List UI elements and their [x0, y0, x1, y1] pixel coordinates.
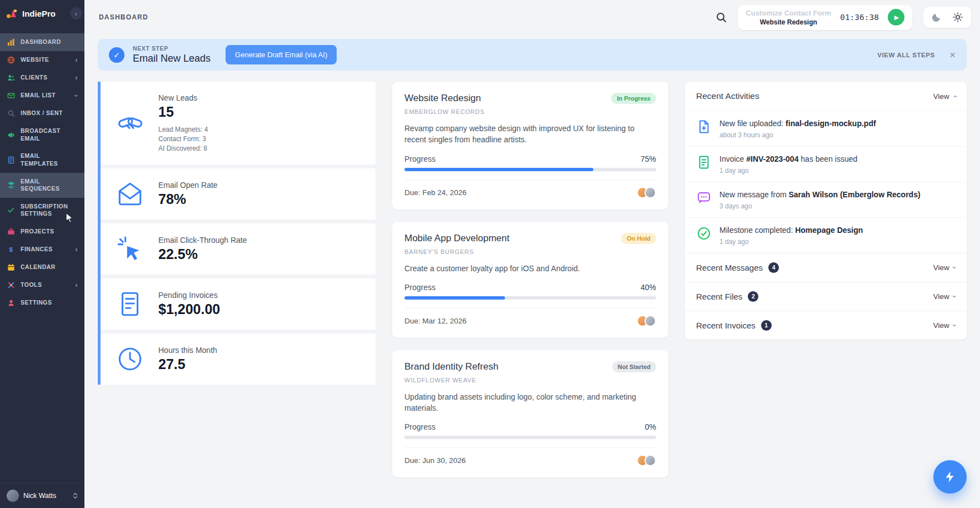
- sidebar-collapse-button[interactable]: ‹: [70, 7, 82, 19]
- recent-invoices-section[interactable]: Recent Invoices 1 View›: [685, 311, 967, 340]
- stats-column: New Leads 15 Lead Magnets: 4 Contact For…: [98, 82, 376, 385]
- view-messages-link[interactable]: View›: [933, 263, 956, 272]
- sidebar-item-email-list[interactable]: EMAIL LIST ›: [0, 87, 84, 104]
- view-activities-link[interactable]: View›: [933, 92, 956, 101]
- view-all-steps-link[interactable]: VIEW ALL STEPS: [877, 52, 935, 58]
- progress-bar: [404, 436, 656, 439]
- stat-text: New Leads 15 Lead Magnets: 4 Contact For…: [158, 93, 208, 153]
- stat-hours-this-month: Hours this Month 27.5: [101, 333, 376, 385]
- check-icon: [7, 206, 16, 214]
- user-menu[interactable]: Nick Watts: [0, 483, 84, 508]
- chevron-right-icon: ›: [75, 246, 78, 253]
- sidebar: IndiePro ‹ DASHBOARD WEBSITE › CLIENTS ›…: [0, 0, 84, 508]
- project-title: Brand Identity Refresh: [404, 361, 498, 372]
- timer-project-name: Website Redesign: [760, 18, 817, 26]
- active-timer-card: Customize Contact Form Website Redesign …: [738, 5, 912, 30]
- avatar: [644, 187, 656, 198]
- close-icon[interactable]: ×: [949, 49, 956, 60]
- stat-value: 22.5%: [158, 246, 247, 262]
- chevron-right-icon: ›: [75, 281, 78, 288]
- app-logo: [6, 7, 18, 19]
- stat-value: 27.5: [158, 356, 217, 372]
- megaphone-icon: [7, 131, 16, 139]
- activity-time: 1 day ago: [719, 167, 857, 175]
- svg-text:$: $: [9, 246, 13, 253]
- project-client: EMBERGLOW RECORDS: [404, 108, 656, 115]
- timer-play-button[interactable]: ▶: [888, 9, 904, 26]
- sidebar-item-email-sequences[interactable]: EMAIL SEQUENCES: [0, 173, 84, 198]
- section-label: Recent Invoices: [696, 321, 756, 330]
- chevron-down-icon: ›: [950, 266, 958, 268]
- project-card-website-redesign[interactable]: Website Redesign In Progress EMBERGLOW R…: [392, 82, 668, 210]
- sidebar-item-calendar[interactable]: CALENDAR: [0, 258, 84, 276]
- activity-text: Invoice #INV-2023-004 has been issued: [719, 154, 857, 165]
- chevron-down-icon: ›: [950, 295, 958, 297]
- avatar: [7, 490, 19, 502]
- sidebar-item-inbox-sent[interactable]: INBOX / SENT: [0, 104, 84, 122]
- activity-text: Milestone completed: Homepage Design: [719, 225, 863, 236]
- quick-actions-fab[interactable]: [933, 460, 967, 494]
- sidebar-nav: DASHBOARD WEBSITE › CLIENTS › EMAIL LIST…: [0, 33, 84, 483]
- generate-draft-email-button[interactable]: Generate Draft Email (via AI): [226, 45, 337, 64]
- sidebar-item-website[interactable]: WEBSITE ›: [0, 51, 84, 69]
- sidebar-item-subscription-settings[interactable]: SUBSCRIPTION SETTINGS: [0, 198, 84, 223]
- team-avatars: [637, 187, 656, 198]
- handshake-icon: [115, 109, 145, 137]
- chevron-up-icon: ›: [950, 95, 958, 97]
- status-badge: In Progress: [611, 93, 656, 104]
- recent-activities-title: Recent Activities: [696, 91, 759, 101]
- sidebar-item-label: FINANCES: [21, 246, 53, 253]
- stat-label: New Leads: [158, 93, 208, 102]
- view-files-link[interactable]: View›: [933, 292, 956, 301]
- sidebar-item-label: BROADCAST EMAIL: [21, 127, 78, 142]
- projects-column: Website Redesign In Progress EMBERGLOW R…: [392, 82, 668, 477]
- project-title: Mobile App Development: [404, 233, 509, 244]
- sidebar-item-projects[interactable]: PROJECTS: [0, 223, 84, 241]
- sidebar-item-settings[interactable]: SETTINGS: [0, 294, 84, 312]
- sidebar-item-broadcast-email[interactable]: BROADCAST EMAIL: [0, 122, 84, 147]
- cursor-click-icon: [115, 235, 145, 263]
- view-invoices-link[interactable]: View›: [933, 321, 956, 330]
- sidebar-item-finances[interactable]: $ FINANCES ›: [0, 241, 84, 258]
- recent-messages-section[interactable]: Recent Messages 4 View›: [685, 253, 967, 282]
- section-label: Recent Messages: [696, 263, 763, 272]
- recent-files-section[interactable]: Recent Files 2 View›: [685, 282, 967, 311]
- people-icon: [7, 74, 16, 82]
- person-icon: [7, 299, 16, 307]
- moon-icon[interactable]: [932, 12, 942, 22]
- project-description: Revamp company website design with impro…: [404, 123, 656, 146]
- sidebar-item-email-templates[interactable]: EMAIL TEMPLATES: [0, 147, 84, 172]
- project-card-brand-identity-refresh[interactable]: Brand Identity Refresh Not Started WILDF…: [392, 350, 668, 478]
- chevron-down-icon: ›: [73, 94, 80, 97]
- magnifier-icon: [7, 109, 16, 117]
- envelope-icon: [7, 92, 16, 99]
- bar-chart-icon: [7, 38, 16, 46]
- section-label: Recent Files: [696, 292, 742, 301]
- stat-label: Email Click-Through Rate: [158, 236, 247, 245]
- progress-label: Progress: [404, 155, 436, 163]
- activity-item-new-message[interactable]: New message from Sarah Wilson (Emberglow…: [685, 182, 967, 217]
- sidebar-item-tools[interactable]: TOOLS ›: [0, 276, 84, 294]
- activity-item-invoice-issued[interactable]: Invoice #INV-2023-004 has been issued 1 …: [685, 146, 967, 182]
- progress-percent: 0%: [645, 422, 656, 431]
- stat-text: Email Click-Through Rate 22.5%: [158, 236, 247, 262]
- sidebar-item-dashboard[interactable]: DASHBOARD: [0, 33, 84, 51]
- activity-item-milestone-completed[interactable]: Milestone completed: Homepage Design 1 d…: [685, 217, 967, 253]
- sun-icon[interactable]: [953, 12, 963, 22]
- team-avatars: [637, 455, 656, 466]
- sidebar-item-label: DASHBOARD: [21, 38, 61, 46]
- activity-time: about 3 hours ago: [719, 131, 876, 139]
- sidebar-item-label: INBOX / SENT: [21, 109, 63, 117]
- progress-bar: [404, 168, 656, 171]
- stat-text: Hours this Month 27.5: [158, 346, 217, 372]
- activity-item-file-uploaded[interactable]: New file uploaded: final-design-mockup.p…: [685, 111, 967, 146]
- next-step-label: NEXT STEP: [133, 45, 211, 52]
- project-client: BARNEY'S BURGERS: [404, 248, 656, 255]
- topbar: DASHBOARD Customize Contact Form Website…: [84, 0, 980, 34]
- sidebar-item-label: SETTINGS: [21, 299, 52, 307]
- sidebar-item-clients[interactable]: CLIENTS ›: [0, 69, 84, 87]
- logo-row: IndiePro ‹: [0, 0, 84, 27]
- project-card-mobile-app-development[interactable]: Mobile App Development On Hold BARNEY'S …: [392, 222, 668, 338]
- due-date: Due: Mar 12, 2026: [404, 317, 467, 325]
- search-icon[interactable]: [716, 12, 727, 23]
